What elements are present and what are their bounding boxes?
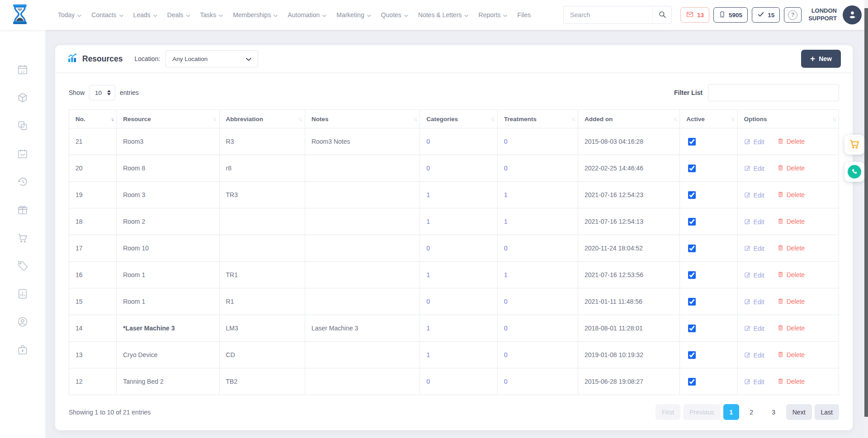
edit-button[interactable]: Edit [744,191,764,199]
pagination-page-1[interactable]: 1 [723,404,739,420]
active-checkbox[interactable] [688,271,696,279]
nav-item-leads[interactable]: Leads [133,11,157,19]
categories-link[interactable]: 0 [426,298,430,305]
edit-button[interactable]: Edit [744,378,764,386]
edit-button[interactable]: Edit [744,245,764,253]
delete-button[interactable]: Delete [777,164,805,173]
active-checkbox[interactable] [688,325,696,332]
edit-button[interactable]: Edit [744,325,764,333]
edit-button[interactable]: Edit [744,138,764,146]
categories-link[interactable]: 1 [426,218,430,225]
gift-icon[interactable] [17,204,28,216]
cart-icon[interactable] [17,232,28,244]
active-checkbox[interactable] [688,378,696,386]
nav-item-quotes[interactable]: Quotes [381,11,408,19]
edit-button[interactable]: Edit [744,351,764,359]
price-tag-icon[interactable] [17,260,28,272]
search-input[interactable] [564,6,652,24]
column-header-resource[interactable]: Resource↑↓ [117,110,219,128]
column-header-abbreviation[interactable]: Abbreviation↑↓ [219,110,305,128]
nav-item-files[interactable]: Files [517,11,531,19]
treatments-link[interactable]: 1 [504,271,508,278]
nav-item-marketing[interactable]: Marketing [336,11,371,19]
pagination-page-3[interactable]: 3 [766,404,782,420]
edit-button[interactable]: Edit [744,298,764,306]
delete-button[interactable]: Delete [777,244,805,253]
scrollbar-thumb[interactable] [864,8,868,417]
nav-item-reports[interactable]: Reports [478,11,507,19]
treatments-link[interactable]: 0 [504,245,508,252]
edit-button[interactable]: Edit [744,165,764,173]
tasks-badge[interactable]: 15 [752,7,780,23]
column-header-active[interactable]: Active↑↓ [680,110,737,128]
pagination-previous[interactable]: Previous [683,404,720,420]
active-checkbox[interactable] [688,218,696,226]
nav-item-contacts[interactable]: Contacts [91,11,123,19]
active-checkbox[interactable] [688,298,696,306]
delete-button[interactable]: Delete [777,377,805,386]
categories-link[interactable]: 1 [426,351,430,358]
search-button[interactable] [652,6,671,24]
delete-button[interactable]: Delete [777,137,805,146]
pagination-last[interactable]: Last [815,404,839,420]
delete-button[interactable]: Delete [777,217,805,226]
person-circle-icon[interactable] [17,316,28,328]
nav-item-memberships[interactable]: Memberships [233,11,278,19]
delete-button[interactable]: Delete [777,297,805,306]
new-button[interactable]: + New [801,50,841,68]
delete-button[interactable]: Delete [777,324,805,333]
delete-button[interactable]: Delete [777,271,805,279]
appointment-calendar-icon[interactable] [17,148,28,160]
pagination-next[interactable]: Next [786,404,812,420]
location-select[interactable]: Any Location [165,50,258,67]
phone-badge[interactable]: 5905 [713,7,748,23]
treatments-link[interactable]: 0 [504,351,508,358]
column-header-options[interactable]: Options↑↓ [737,110,839,128]
treatments-link[interactable]: 0 [504,298,508,305]
pagination-page-2[interactable]: 2 [744,404,760,420]
nav-item-tasks[interactable]: Tasks [200,11,223,19]
filter-input[interactable] [708,84,839,101]
treatments-link[interactable]: 0 [504,378,508,385]
active-checkbox[interactable] [688,165,696,172]
calendar-icon[interactable]: 12 [17,64,28,75]
active-checkbox[interactable] [688,191,696,199]
nav-item-notes-letters[interactable]: Notes & Letters [418,11,469,19]
call-float-button[interactable] [844,162,864,182]
treatments-link[interactable]: 1 [504,218,508,225]
column-header-treatments[interactable]: Treatments↑↓ [497,110,578,128]
active-checkbox[interactable] [688,351,696,359]
nav-item-deals[interactable]: Deals [167,11,190,19]
cart-float-button[interactable] [844,135,864,155]
categories-link[interactable]: 1 [426,325,430,332]
edit-button[interactable]: Edit [744,218,764,226]
delete-button[interactable]: Delete [777,351,805,359]
pagination-first[interactable]: First [656,404,680,420]
categories-link[interactable]: 0 [426,138,430,145]
column-header-notes[interactable]: Notes↑↓ [305,110,420,128]
categories-link[interactable]: 1 [426,191,430,198]
treatments-link[interactable]: 0 [504,325,508,332]
categories-link[interactable]: 0 [426,165,430,172]
active-checkbox[interactable] [688,245,696,252]
nav-item-automation[interactable]: Automation [288,11,326,19]
package-icon[interactable] [17,92,28,104]
column-header-no[interactable]: No.↑↓ [69,110,117,128]
briefcase-lock-icon[interactable] [17,344,28,356]
nav-item-today[interactable]: Today [58,11,81,19]
categories-link[interactable]: 1 [426,271,430,278]
column-header-added-on[interactable]: Added on↑↓ [578,110,679,128]
edit-button[interactable]: Edit [744,271,764,279]
treatments-link[interactable]: 0 [504,165,508,172]
help-badge[interactable]: ? [784,7,802,23]
categories-link[interactable]: 0 [426,378,430,385]
app-logo[interactable] [11,4,29,27]
entries-select[interactable]: 10 [89,85,115,100]
categories-link[interactable]: 0 [426,245,430,252]
user-avatar[interactable] [843,5,862,24]
history-icon[interactable] [17,176,28,188]
page-scrollbar[interactable] [864,0,868,438]
treatments-link[interactable]: 1 [504,191,508,198]
copy-icon[interactable] [17,120,28,132]
column-header-categories[interactable]: Categories↑↓ [420,110,497,128]
